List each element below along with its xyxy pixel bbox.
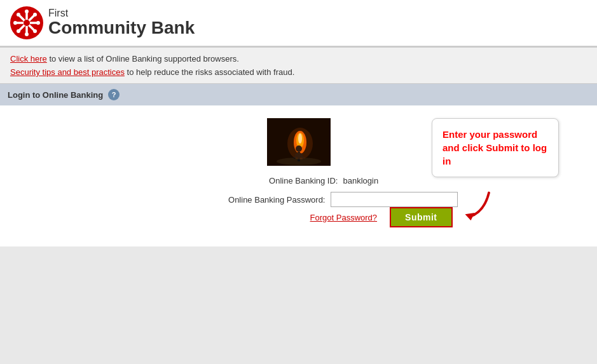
security-image [267, 118, 331, 166]
password-row: Online Banking Password: [140, 192, 458, 207]
tooltip-text: Enter your password and click Submit to … [443, 129, 547, 166]
svg-point-10 [17, 13, 20, 17]
svg-point-12 [33, 13, 37, 17]
svg-point-26 [287, 128, 313, 159]
login-body: Enter your password and click Submit to … [0, 105, 597, 246]
bottom-row: Forgot Password? Submit [140, 207, 458, 227]
login-header-title: Login to Online Banking [8, 90, 103, 100]
security-tips-line: Security tips and best practices to help… [10, 67, 587, 77]
svg-point-9 [36, 21, 40, 25]
tooltip-box: Enter your password and click Submit to … [432, 118, 559, 177]
logo-community: Community Bank [48, 18, 195, 38]
svg-point-8 [13, 21, 17, 25]
svg-marker-14 [465, 213, 475, 220]
page-header: First Community Bank [0, 0, 597, 47]
security-image-svg [267, 118, 331, 166]
security-text: to help reduce the risks associated with… [125, 67, 294, 77]
logo-icon [10, 6, 43, 39]
arrow-icon [460, 188, 498, 226]
arrow-container [460, 188, 498, 228]
forgot-password-link[interactable]: Forgot Password? [310, 213, 378, 222]
security-tips-link[interactable]: Security tips and best practices [10, 67, 125, 77]
logo-text: First Community Bank [48, 8, 195, 38]
main-content: Login to Online Banking ? Enter your pas… [0, 84, 597, 246]
logo-container: First Community Bank [10, 6, 195, 39]
login-header: Login to Online Banking ? [0, 84, 597, 105]
banking-id-label: Online Banking ID: [237, 176, 338, 185]
banking-id-row: Online Banking ID: banklogin [140, 176, 458, 185]
login-section: Login to Online Banking ? Enter your pas… [0, 84, 597, 246]
svg-point-7 [25, 32, 29, 36]
info-banner: Click here to view a list of Online Bank… [0, 47, 597, 84]
svg-point-13 [17, 29, 20, 33]
banking-id-value: banklogin [343, 176, 458, 185]
svg-point-11 [33, 29, 37, 33]
logo-first: First [48, 8, 195, 19]
svg-point-5 [24, 20, 30, 26]
password-label: Online Banking Password: [224, 195, 326, 205]
supported-browsers-text: to view a list of Online Banking support… [47, 54, 239, 64]
svg-point-6 [25, 10, 29, 13]
submit-button[interactable]: Submit [390, 207, 452, 227]
click-here-link[interactable]: Click here [10, 54, 47, 64]
form-area: Online Banking ID: banklogin Online Bank… [140, 176, 458, 207]
help-icon[interactable]: ? [108, 89, 120, 100]
password-input[interactable] [331, 192, 458, 207]
browser-info-line: Click here to view a list of Online Bank… [10, 54, 587, 64]
